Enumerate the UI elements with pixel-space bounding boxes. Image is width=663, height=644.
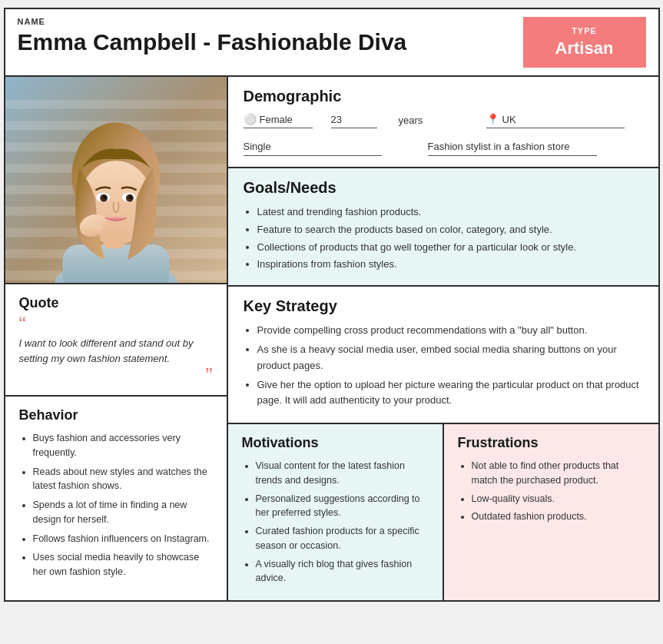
quote-close-icon: ” <box>205 370 212 381</box>
photo-section <box>5 77 227 284</box>
behavior-item: Buys fashion and accessories very freque… <box>33 431 213 460</box>
bottom-row: Motivations Visual content for the lates… <box>228 424 658 600</box>
svg-point-20 <box>102 195 106 199</box>
goals-section: Goals/Needs Latest and trending fashion … <box>228 168 658 287</box>
motivations-item: Curated fashion products for a specific … <box>256 524 429 553</box>
behavior-item: Spends a lot of time in finding a new de… <box>33 498 213 527</box>
type-label: TYPE <box>572 26 597 35</box>
persona-card: NAME Emma Campbell - Fashionable Diva TY… <box>4 8 660 602</box>
occupation-value: Fashion stylist in a fashion store <box>428 141 570 152</box>
frustrations-item: Not able to find other products that mat… <box>472 459 645 488</box>
strategy-section: Key Strategy Provide compelling cross pr… <box>228 287 658 424</box>
frustrations-list: Not able to find other products that mat… <box>458 459 645 524</box>
quote-open-icon: “ <box>19 319 213 330</box>
frustrations-item: Outdated fashion products. <box>472 510 645 524</box>
demographic-row-1: ⚪ Female 23 years 📍 UK <box>244 113 643 128</box>
goals-item: Inspirations from fashion styles. <box>257 257 643 273</box>
gender-value: Female <box>260 114 293 125</box>
location-row: 📍 UK <box>486 113 625 125</box>
goals-item: Feature to search the products based on … <box>257 222 643 238</box>
age-unit: years <box>399 115 423 128</box>
location-field: 📍 UK <box>486 113 625 128</box>
body: Quote “ I want to look different and sta… <box>5 77 658 600</box>
goals-item: Collections of products that go well tog… <box>257 240 643 256</box>
demographic-title: Demographic <box>244 88 643 105</box>
svg-rect-1 <box>5 100 227 109</box>
behavior-item: Uses social media heavily to showcase he… <box>33 550 213 579</box>
gender-row: ⚪ Female <box>244 113 313 125</box>
age-value: 23 <box>331 114 342 125</box>
motivations-list: Visual content for the latest fashion tr… <box>242 459 429 586</box>
strategy-title: Key Strategy <box>244 297 643 315</box>
type-value: Artisan <box>555 38 614 58</box>
motivations-item: Visual content for the latest fashion tr… <box>256 459 429 488</box>
age-row: 23 <box>331 114 377 125</box>
motivations-section: Motivations Visual content for the lates… <box>228 424 444 600</box>
location-icon: 📍 <box>486 113 499 125</box>
right-column: Demographic ⚪ Female 23 years <box>228 77 658 600</box>
demographic-row-2: Single Fashion stylist in a fashion stor… <box>244 139 643 156</box>
relationship-value: Single <box>244 141 271 152</box>
relationship-field: Single <box>244 139 382 156</box>
persona-photo <box>5 77 227 283</box>
demographic-section: Demographic ⚪ Female 23 years <box>228 77 658 168</box>
quote-title: Quote <box>19 295 213 311</box>
goals-item: Latest and trending fashion products. <box>257 204 643 221</box>
svg-rect-11 <box>62 244 169 283</box>
header: NAME Emma Campbell - Fashionable Diva TY… <box>5 9 658 77</box>
strategy-item: Give her the option to upload her pictur… <box>257 377 643 410</box>
behavior-title: Behavior <box>19 407 213 423</box>
header-type: TYPE Artisan <box>523 17 646 68</box>
goals-title: Goals/Needs <box>244 179 643 197</box>
gender-icon: ⚪ <box>244 113 257 125</box>
motivations-title: Motivations <box>242 435 429 451</box>
frustrations-item: Low-quality visuals. <box>472 492 645 506</box>
name-label: NAME <box>18 17 407 26</box>
strategy-list: Provide compelling cross product recomme… <box>244 323 643 409</box>
behavior-item: Reads about new styles and watches the l… <box>33 465 213 494</box>
header-left: NAME Emma Campbell - Fashionable Diva <box>18 17 407 68</box>
occupation-field: Fashion stylist in a fashion store <box>428 139 597 156</box>
quote-text: I want to look different and stand out b… <box>19 336 213 366</box>
strategy-item: Provide compelling cross product recomme… <box>257 323 643 339</box>
age-field: 23 <box>331 114 377 128</box>
quote-section: Quote “ I want to look different and sta… <box>5 284 227 397</box>
svg-point-21 <box>128 195 132 199</box>
motivations-item: Personalized suggestions according to he… <box>256 492 429 521</box>
frustrations-section: Frustrations Not able to find other prod… <box>444 424 658 600</box>
photo-placeholder <box>5 77 227 283</box>
location-value: UK <box>502 114 516 125</box>
behavior-list: Buys fashion and accessories very freque… <box>19 431 213 579</box>
gender-field: ⚪ Female <box>244 113 313 128</box>
strategy-item: As she is a heavy social media user, emb… <box>257 342 643 374</box>
behavior-item: Follows fashion influencers on Instagram… <box>33 532 213 546</box>
behavior-section: Behavior Buys fashion and accessories ve… <box>5 397 227 598</box>
frustrations-title: Frustrations <box>458 435 645 451</box>
persona-name: Emma Campbell - Fashionable Diva <box>18 29 407 55</box>
goals-list: Latest and trending fashion products.Fea… <box>244 204 643 273</box>
left-column: Quote “ I want to look different and sta… <box>5 77 228 600</box>
motivations-item: A visually rich blog that gives fashion … <box>256 557 429 586</box>
